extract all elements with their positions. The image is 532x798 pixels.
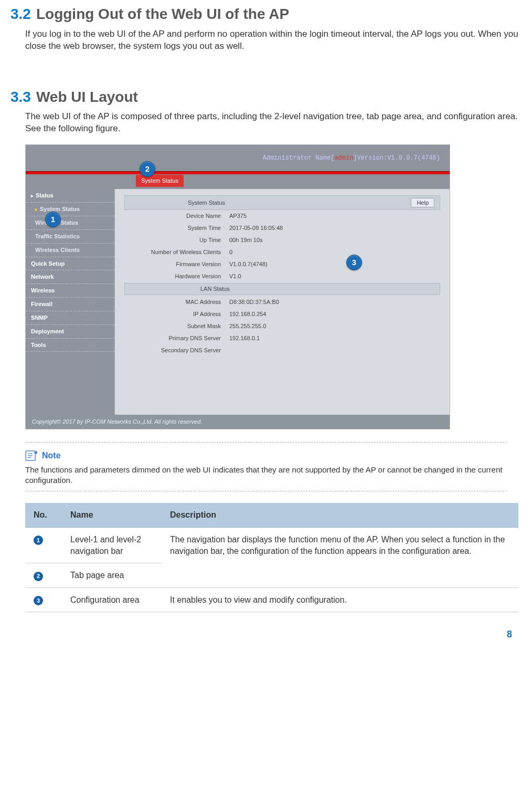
- nav-firewall[interactable]: Firewall: [26, 298, 114, 311]
- lan-status-header: LAN Status: [124, 283, 440, 295]
- field-label: Device Name: [124, 212, 229, 220]
- tab-system-status[interactable]: System Status: [136, 175, 184, 187]
- config-row: IP Address192.168.0.254: [124, 308, 440, 320]
- configuration-area: System Status Help Device NameAP375Syste…: [115, 189, 450, 415]
- field-value: D8:38:0D:37:5A:B0: [229, 298, 279, 306]
- section-3-3-body: The web UI of the AP is composed of thre…: [25, 111, 522, 135]
- legend-table: No. Name Description 1 Level-1 and level…: [25, 503, 518, 612]
- nav-sub-wireless-status[interactable]: Wireless Status: [26, 216, 114, 230]
- navigation-tree: Status System Status Wireless Status Tra…: [26, 189, 115, 415]
- config-row: Device NameAP375: [124, 210, 440, 222]
- screenshot-figure: Administrator Name[admin]Version:V1.0.0.…: [25, 144, 522, 429]
- config-row: Subnet Mask255.255.255.0: [124, 320, 440, 332]
- section-3-2-heading: 3.2Logging Out of the Web UI of the AP: [10, 4, 522, 24]
- nav-status[interactable]: Status: [26, 189, 114, 203]
- field-label: Firmware Version: [124, 260, 229, 268]
- field-label: Number of Wireless Clients: [124, 248, 229, 256]
- admin-bar: Administrator Name[admin]Version:V1.0.0.…: [26, 145, 450, 171]
- section-3-3-heading: 3.3Web UI Layout: [10, 87, 522, 107]
- field-value: 255.255.255.0: [229, 322, 266, 330]
- field-label: MAC Address: [124, 298, 229, 306]
- field-value: 192.168.0.254: [229, 310, 266, 318]
- field-value: 00h 19m 10s: [229, 236, 263, 244]
- table-row: 3 Configuration area It enables you to v…: [25, 587, 518, 612]
- nav-deployment[interactable]: Deployment: [26, 325, 114, 339]
- config-row: Secondary DNS Server: [124, 344, 440, 356]
- nav-network[interactable]: Network: [26, 270, 114, 284]
- panel-header: System Status Help: [124, 195, 440, 210]
- section-title: Logging Out of the Web UI of the AP: [36, 6, 289, 22]
- nav-sub-traffic[interactable]: Traffic Statistics: [26, 230, 114, 244]
- field-value: 192.168.0.1: [229, 334, 260, 342]
- nav-tools[interactable]: Tools: [26, 339, 114, 352]
- field-label: Subnet Mask: [124, 322, 229, 330]
- divider: [25, 491, 507, 491]
- field-value: V1.0: [229, 272, 241, 280]
- row-num: 3: [34, 596, 43, 605]
- config-row: Number of Wireless Clients0: [124, 246, 440, 258]
- row-desc: The navigation bar displays the function…: [162, 528, 518, 588]
- field-label: System Time: [124, 224, 229, 232]
- field-value: V1.0.0.7(4748): [229, 260, 268, 268]
- field-value: AP375: [229, 212, 247, 220]
- config-row: Hardware VersionV1.0: [124, 270, 440, 282]
- note-icon: [25, 450, 38, 461]
- nav-sub-system-status[interactable]: System Status: [26, 203, 114, 216]
- row-num: 2: [34, 572, 43, 581]
- table-row: 1 Level-1 and level-2 navigation bar The…: [25, 528, 518, 563]
- admin-user: admin: [334, 154, 353, 162]
- th-desc: Description: [162, 503, 518, 527]
- field-label: IP Address: [124, 310, 229, 318]
- note-label: Note: [42, 450, 61, 461]
- th-name: Name: [62, 503, 162, 527]
- note-text: The functions and parameters dimmed on t…: [25, 465, 507, 486]
- nav-wireless[interactable]: Wireless: [26, 284, 114, 298]
- divider: [25, 442, 507, 443]
- field-label: Primary DNS Server: [124, 334, 229, 342]
- config-row: Firmware VersionV1.0.0.7(4748): [124, 258, 440, 270]
- config-row: Up Time00h 19m 10s: [124, 234, 440, 246]
- copyright-footer: Copyright© 2017 by IP-COM Networks Co.,L…: [26, 415, 450, 429]
- page-number: 8: [507, 628, 512, 640]
- config-row: Primary DNS Server192.168.0.1: [124, 332, 440, 344]
- row-name: Configuration area: [62, 587, 162, 612]
- section-number: 3.2: [10, 6, 31, 22]
- nav-snmp[interactable]: SNMP: [26, 311, 114, 325]
- field-label: Secondary DNS Server: [124, 346, 229, 354]
- note-block: Note The functions and parameters dimmed…: [25, 450, 507, 486]
- admin-label: Administrator Name[: [263, 154, 335, 162]
- config-row: System Time2017-05-09 16:05:48: [124, 222, 440, 234]
- row-name: Tab page area: [62, 563, 162, 588]
- row-desc: It enables you to view and modify config…: [162, 587, 518, 612]
- tab-row: System Status: [26, 174, 450, 189]
- th-no: No.: [25, 503, 62, 527]
- field-value: 2017-05-09 16:05:48: [229, 224, 283, 232]
- field-label: Up Time: [124, 236, 229, 244]
- row-name: Level-1 and level-2 navigation bar: [62, 528, 162, 563]
- nav-quick-setup[interactable]: Quick Setup: [26, 257, 114, 271]
- field-label: Hardware Version: [124, 272, 229, 280]
- section-title: Web UI Layout: [36, 89, 138, 105]
- section-number: 3.3: [10, 89, 31, 105]
- version-label: ]Version:V1.0.0.7(4748): [353, 154, 440, 162]
- row-num: 1: [34, 536, 43, 545]
- nav-sub-wireless-clients[interactable]: Wireless Clients: [26, 244, 114, 257]
- section-3-2-body: If you log in to the web UI of the AP an…: [25, 28, 522, 52]
- help-button[interactable]: Help: [411, 198, 434, 207]
- config-row: MAC AddressD8:38:0D:37:5A:B0: [124, 296, 440, 308]
- panel-title: System Status: [188, 199, 225, 207]
- field-value: 0: [229, 248, 232, 256]
